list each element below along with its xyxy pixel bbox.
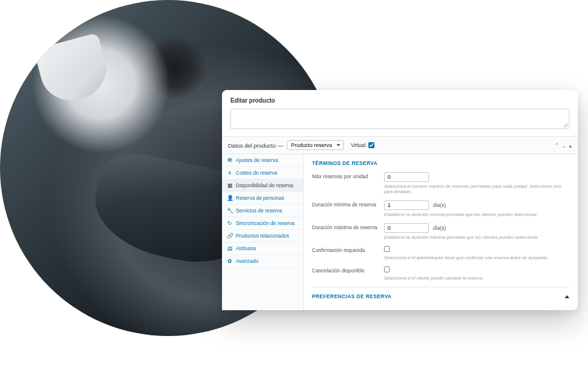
field-label: Cancelación disponible [312, 266, 378, 274]
field-cancelacion: Cancelación disponible Selecciona si el … [312, 266, 569, 281]
field-label: Duración mínima de reserva [312, 200, 378, 208]
product-tabs-sidebar: 🛠 Ajustes de reserva ¢ Costes de reserva… [222, 154, 304, 310]
wrench-icon: 🛠 [227, 157, 233, 163]
panel-collapse-down-icon[interactable]: ⌄ [562, 142, 566, 149]
sidebar-item-label: Avanzado [236, 258, 259, 264]
virtual-label: Virtual: [351, 142, 367, 148]
chevron-up-icon [565, 295, 569, 298]
field-help: Establecer la duración máxima permitida … [384, 235, 569, 240]
sidebar-item-label: Costes de reserva [236, 170, 277, 176]
field-help: Establecer la duración mínima permitida … [384, 212, 569, 217]
virtual-toggle[interactable]: Virtual: [351, 142, 374, 148]
field-duracion-minima: Duración mínima de reserva día(s) Establ… [312, 200, 569, 217]
sidebar-item-label: Ajustes de reserva [236, 157, 278, 163]
duracion-minima-input[interactable] [384, 200, 429, 210]
field-help: Selecciona el número máximo de reservas … [384, 184, 569, 194]
duracion-maxima-input[interactable] [384, 223, 429, 233]
sidebar-item-atributos[interactable]: ▤ Atributos [222, 242, 303, 255]
content-area: TÉRMINOS DE RESERVA Máx reservas por uni… [304, 154, 578, 310]
sidebar-item-label: Sincronización de reserva [236, 220, 295, 226]
section-title-preferencias: PREFERENCIAS DE RESERVA [312, 293, 392, 299]
cent-icon: ¢ [227, 170, 233, 176]
sidebar-item-ajustes[interactable]: 🛠 Ajustes de reserva [222, 154, 303, 167]
field-confirmacion: Confirmación requerida Selecciona si el … [312, 246, 569, 260]
field-label: Máx reservas por unidad [312, 172, 378, 179]
panel-title: Editar producto [222, 90, 578, 109]
tool-icon: 🔧 [227, 208, 233, 214]
sidebar-item-label: Atributos [236, 245, 256, 251]
sync-icon: ↻ [227, 220, 233, 226]
panel-toggle-icon[interactable]: ▴ [569, 142, 572, 149]
panel-controls: ⌃ ⌄ ▴ [554, 142, 572, 149]
sidebar-item-servicios[interactable]: 🔧 Servicios de reserva [222, 205, 303, 217]
sidebar-item-label: Productos relacionados [236, 233, 289, 239]
product-data-label: Datos del producto — [228, 142, 283, 149]
field-label: Confirmación requerida [312, 246, 378, 253]
section-title-terminos: TÉRMINOS DE RESERVA [312, 160, 569, 166]
person-icon: 👤 [227, 195, 233, 201]
sidebar-item-label: Disponibilidad de reserva [236, 182, 293, 188]
gear-icon: ✿ [227, 258, 233, 264]
unit-label: día(s) [433, 202, 446, 208]
unit-label: día(s) [433, 225, 446, 231]
sidebar-item-label: Reserva de personas [236, 195, 284, 201]
product-data-bar: Datos del producto — Producto reserva Vi… [222, 136, 578, 154]
sidebar-item-sincronizacion[interactable]: ↻ Sincronización de reserva [222, 217, 303, 230]
field-help: Selecciona si el administrador tiene que… [384, 255, 569, 260]
description-editor[interactable] [230, 109, 569, 129]
list-icon: ▤ [227, 245, 233, 251]
link-icon: 🔗 [227, 233, 233, 239]
sidebar-item-disponibilidad[interactable]: ▦ Disponibilidad de reserva [222, 179, 303, 192]
field-max-reservas: Máx reservas por unidad Selecciona el nú… [312, 172, 569, 194]
cancelacion-checkbox[interactable] [384, 266, 390, 272]
sidebar-item-relacionados[interactable]: 🔗 Productos relacionados [222, 230, 303, 242]
confirmacion-checkbox[interactable] [384, 246, 390, 252]
product-type-select[interactable]: Producto reserva [287, 140, 344, 150]
max-reservas-input[interactable] [384, 172, 429, 182]
calendar-icon: ▦ [227, 182, 233, 188]
panel-collapse-up-icon[interactable]: ⌃ [554, 142, 559, 149]
edit-product-panel: Editar producto Datos del producto — Pro… [222, 90, 578, 310]
sidebar-item-avanzado[interactable]: ✿ Avanzado [222, 255, 303, 268]
field-label: Duración máxima de reserva [312, 223, 378, 230]
field-help: Selecciona si el cliente puede cancelar … [384, 275, 569, 281]
sidebar-item-label: Servicios de reserva [236, 208, 282, 214]
field-duracion-maxima: Duración máxima de reserva día(s) Establ… [312, 223, 569, 240]
sidebar-item-costes[interactable]: ¢ Costes de reserva [222, 167, 303, 179]
virtual-checkbox[interactable] [368, 142, 374, 148]
sidebar-item-personas[interactable]: 👤 Reserva de personas [222, 192, 303, 205]
preferencias-section-header[interactable]: PREFERENCIAS DE RESERVA [312, 287, 569, 307]
